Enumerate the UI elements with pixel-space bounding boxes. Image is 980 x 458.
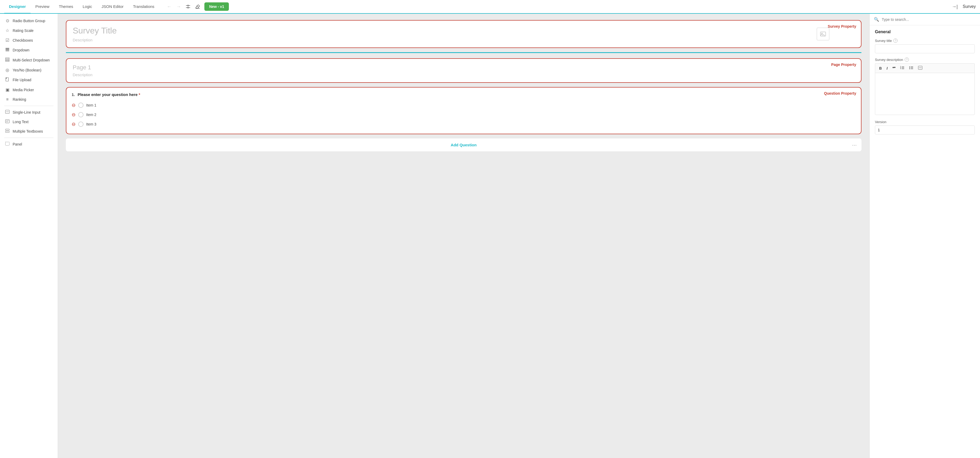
survey-title-card[interactable]: Survey Property Survey Title Description bbox=[66, 20, 861, 48]
svg-rect-11 bbox=[6, 59, 9, 61]
question-title: 1. Please enter your question here * bbox=[72, 92, 856, 97]
sidebar-item-multi-select-dropdown[interactable]: Multi-Select Dropdown bbox=[0, 55, 58, 65]
general-section: General Survey title ? Survey descriptio… bbox=[870, 25, 980, 139]
svg-rect-12 bbox=[6, 61, 9, 61]
eraser-icon-button[interactable] bbox=[193, 2, 202, 11]
sidebar-item-label: Radio Button Group bbox=[13, 19, 45, 23]
page-separator-line bbox=[66, 52, 861, 53]
page-title: Page 1 bbox=[73, 64, 854, 71]
tab-designer[interactable]: Designer bbox=[4, 0, 30, 14]
tab-logic[interactable]: Logic bbox=[78, 0, 97, 14]
svg-point-23 bbox=[821, 33, 822, 34]
media-picker-icon: ▣ bbox=[5, 87, 10, 92]
search-bar: 🔍 bbox=[870, 14, 980, 25]
tab-themes[interactable]: Themes bbox=[54, 0, 78, 14]
survey-title-help-icon[interactable]: ? bbox=[893, 38, 897, 43]
sidebar-item-yesno[interactable]: ◎ Yes/No (Boolean) bbox=[0, 65, 58, 75]
tab-json-editor[interactable]: JSON Editor bbox=[97, 0, 128, 14]
ranking-icon: ≡ bbox=[5, 97, 10, 102]
sidebar-item-label: Single-Line Input bbox=[13, 110, 40, 115]
sidebar-item-multiple-textboxes[interactable]: Multiple Textboxes bbox=[0, 126, 58, 136]
question-card[interactable]: Question Property 1. Please enter your q… bbox=[66, 87, 861, 134]
survey-desc-help-icon[interactable]: ? bbox=[905, 57, 909, 62]
sidebar-item-rating-scale[interactable]: ☆ Rating Scale bbox=[0, 26, 58, 35]
ordered-list-button[interactable]: 1.2.3. bbox=[898, 65, 906, 71]
add-question-button[interactable]: Add Question bbox=[451, 143, 476, 147]
sidebar-item-file-upload[interactable]: File Upload bbox=[0, 75, 58, 85]
sidebar-item-label: Media Picker bbox=[13, 88, 34, 92]
radio-circle-1 bbox=[78, 102, 83, 108]
survey-image-placeholder bbox=[817, 28, 829, 40]
question-property-label: Question Property bbox=[824, 91, 856, 96]
svg-rect-7 bbox=[6, 48, 9, 49]
redo-button[interactable]: → bbox=[174, 2, 183, 11]
page-description: Description bbox=[73, 72, 854, 77]
sidebar-item-radio-button-group[interactable]: ⊙ Radio Button Group bbox=[0, 16, 58, 26]
new-version-button[interactable]: New - v1 bbox=[204, 2, 229, 11]
version-value: 1 bbox=[875, 126, 975, 134]
sidebar-item-label: Long Text bbox=[13, 120, 29, 124]
radio-item-3: ⊖ Item 3 bbox=[72, 120, 856, 129]
search-input[interactable] bbox=[882, 18, 976, 22]
multiple-textboxes-icon bbox=[5, 129, 10, 134]
remove-item-3-button[interactable]: ⊖ bbox=[72, 121, 76, 127]
code-button[interactable] bbox=[916, 65, 924, 71]
svg-rect-8 bbox=[6, 49, 9, 50]
quote-button[interactable]: ❝❞ bbox=[891, 65, 897, 71]
tab-preview[interactable]: Preview bbox=[30, 0, 54, 14]
dropdown-icon bbox=[5, 48, 10, 53]
sidebar-item-label: File Upload bbox=[13, 78, 31, 82]
item-1-label: Item 1 bbox=[86, 103, 96, 107]
canvas: Survey Property Survey Title Description… bbox=[58, 14, 869, 458]
sidebar-item-long-text[interactable]: Long Text bbox=[0, 117, 58, 126]
svg-point-1 bbox=[188, 7, 189, 8]
svg-rect-20 bbox=[6, 131, 10, 132]
sidebar-item-label: Multi-Select Dropdown bbox=[13, 58, 50, 62]
svg-rect-16 bbox=[6, 120, 10, 123]
radio-button-group-icon: ⊙ bbox=[5, 18, 10, 23]
svg-point-30 bbox=[909, 67, 910, 67]
undo-button[interactable]: ← bbox=[164, 2, 174, 11]
svg-text:3.: 3. bbox=[900, 68, 902, 69]
remove-item-2-button[interactable]: ⊖ bbox=[72, 112, 76, 118]
sidebar-item-checkboxes[interactable]: ☑ Checkboxes bbox=[0, 35, 58, 45]
italic-button[interactable]: I bbox=[885, 65, 889, 71]
survey-title-input[interactable] bbox=[875, 44, 975, 53]
svg-rect-22 bbox=[820, 32, 826, 36]
long-text-icon bbox=[5, 120, 10, 124]
sidebar-item-label: Multiple Textboxes bbox=[13, 129, 43, 133]
svg-rect-10 bbox=[6, 58, 9, 59]
main-layout: ⊙ Radio Button Group ☆ Rating Scale ☑ Ch… bbox=[0, 14, 980, 458]
top-nav: Designer Preview Themes Logic JSON Edito… bbox=[0, 0, 980, 14]
file-upload-icon bbox=[5, 77, 10, 83]
question-number: 1. bbox=[72, 92, 75, 97]
item-3-label: Item 3 bbox=[86, 122, 96, 126]
more-options-button[interactable]: ⋯ bbox=[852, 142, 857, 148]
settings-icon-button[interactable] bbox=[183, 2, 193, 11]
bold-button[interactable]: B bbox=[877, 65, 884, 71]
required-indicator: * bbox=[138, 92, 140, 97]
add-question-bar: Add Question ⋯ bbox=[66, 139, 861, 152]
yesno-icon: ◎ bbox=[5, 67, 10, 72]
sidebar-item-panel[interactable]: Panel bbox=[0, 139, 58, 149]
sidebar-item-label: Dropdown bbox=[13, 48, 30, 52]
sidebar-item-single-line-input[interactable]: Single-Line Input bbox=[0, 108, 58, 117]
svg-rect-9 bbox=[6, 51, 9, 51]
collapse-panel-button[interactable]: →| bbox=[950, 2, 959, 11]
survey-title-field-label: Survey title ? bbox=[875, 38, 975, 43]
radio-item-1: ⊖ Item 1 bbox=[72, 101, 856, 110]
svg-point-32 bbox=[909, 69, 910, 69]
page-card[interactable]: Page Property Page 1 Description bbox=[66, 58, 861, 83]
sidebar-item-dropdown[interactable]: Dropdown bbox=[0, 45, 58, 55]
remove-item-1-button[interactable]: ⊖ bbox=[72, 102, 76, 108]
svg-rect-19 bbox=[6, 129, 10, 131]
sidebar-item-media-picker[interactable]: ▣ Media Picker bbox=[0, 85, 58, 95]
survey-description-textarea[interactable] bbox=[875, 73, 975, 115]
tab-translations[interactable]: Translations bbox=[128, 0, 159, 14]
survey-desc-field-label: Survey description ? bbox=[875, 57, 975, 62]
sidebar-item-label: Rating Scale bbox=[13, 29, 33, 33]
svg-point-31 bbox=[909, 67, 910, 68]
unordered-list-button[interactable] bbox=[907, 65, 915, 71]
panel-icon bbox=[5, 142, 10, 147]
sidebar-item-ranking[interactable]: ≡ Ranking bbox=[0, 95, 58, 104]
